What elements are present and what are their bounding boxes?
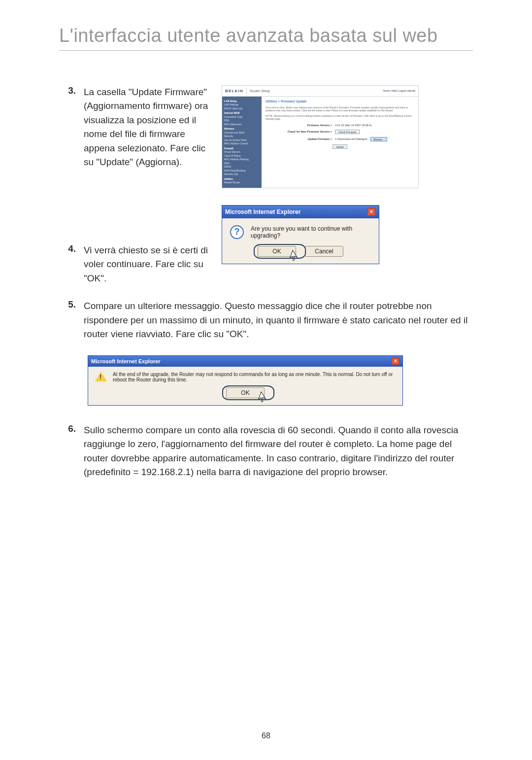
dialog-buttons: OK [88, 384, 402, 405]
confirm-dialog: Microsoft Internet Explorer × ? Are you … [222, 205, 379, 264]
section-title: Router Setup [250, 89, 270, 93]
step-number: 6. [59, 423, 84, 434]
label: Firmware Version > [266, 124, 332, 127]
value: 4.01.15 (Mar 14 2007 18:36:4) [335, 124, 371, 127]
sidebar-heading: Wireless [224, 127, 260, 131]
step-number: 4. [59, 243, 84, 254]
paragraph: From time to time, Belkin may release ne… [266, 106, 414, 112]
ok-highlight: OK [226, 387, 265, 398]
sidebar-item[interactable]: Client IP Filters [224, 154, 260, 158]
breadcrumb: Utilities > Firmware Update [266, 100, 414, 103]
dialog-titlebar: Microsoft Internet Explorer × [88, 356, 402, 367]
page-title: L'interfaccia utente avanzata basata sul… [59, 25, 473, 51]
dialog-title: Microsoft Internet Explorer [225, 208, 300, 215]
sidebar-item[interactable]: DMZ [224, 162, 260, 166]
step-6: 6. Sullo schermo compare un conto alla r… [59, 423, 473, 480]
dialog-message: At the end of the upgrade, the Router ma… [113, 372, 396, 382]
step-illustration: BELKIN Router Setup Home | Help | Logout… [222, 85, 473, 264]
step-number: 5. [59, 299, 84, 310]
kv-check-firmware: Check for New Firmware Version > Check F… [266, 130, 414, 134]
warning-dialog: Microsoft Internet Explorer × ! At the e… [88, 355, 403, 406]
sidebar-item[interactable]: Security [224, 135, 260, 138]
sidebar-heading: Utilities [224, 177, 260, 181]
sidebar-heading: Internet WAN [224, 111, 260, 115]
sidebar-item[interactable]: MAC Address Control [224, 142, 260, 146]
close-icon[interactable]: × [367, 208, 376, 216]
kv-update-firmware: Update Firmware > C:\Documents and Setti… [266, 137, 414, 141]
step-3: 3. La casella "Update Firmware" (Aggiorn… [59, 85, 473, 264]
step-text: Compare un ulteriore messaggio. Questo m… [84, 299, 473, 342]
label: Update Firmware > [266, 138, 332, 140]
router-sidebar: LAN Setup LAN Settings DHCP Client List … [222, 97, 262, 188]
router-top-bar: BELKIN Router Setup Home | Help | Logout… [222, 86, 418, 97]
sidebar-item[interactable]: Virtual Servers [224, 150, 260, 154]
label: Check for New Firmware Version > [266, 130, 332, 133]
sidebar-item[interactable]: Channel and SSID [224, 131, 260, 135]
cancel-button[interactable]: Cancel [305, 246, 343, 257]
sidebar-item[interactable]: WAN Ping Blocking [224, 169, 260, 173]
divider [246, 87, 247, 94]
question-icon: ? [230, 225, 244, 239]
step-text: Sullo schermo compare un conto alla rove… [84, 423, 473, 480]
check-firmware-button[interactable]: Check Firmware [335, 130, 360, 134]
warning-icon: ! [95, 372, 107, 381]
step-number: 3. [59, 85, 84, 96]
sidebar-heading: Firewall [224, 147, 260, 151]
router-main: Utilities > Firmware Update From time to… [262, 97, 418, 188]
dialog-message: Are you sure you want to continue with u… [251, 225, 371, 239]
sidebar-item[interactable]: MAC Address Filtering [224, 158, 260, 162]
step-text: La casella "Update Firmware" (Aggiorname… [84, 85, 222, 170]
sidebar-item[interactable]: Security Log [224, 173, 260, 176]
browse-button[interactable]: Browse... [370, 137, 388, 141]
close-icon[interactable]: × [392, 358, 399, 365]
page-number: 68 [0, 731, 532, 740]
sidebar-heading: LAN Setup [224, 100, 260, 104]
sidebar-item[interactable]: Restart Router [224, 181, 260, 185]
step-5: 5. Compare un ulteriore messaggio. Quest… [59, 299, 473, 342]
update-button-wrap: Update [266, 144, 414, 149]
kv-firmware-version: Firmware Version > 4.01.15 (Mar 14 2007 … [266, 124, 414, 127]
sidebar-item[interactable]: Use as Access Point [224, 138, 260, 142]
sidebar-item[interactable]: DDNS [224, 165, 260, 169]
sidebar-item[interactable]: MAC Addresses [224, 123, 260, 127]
paragraph: NOTE: Please backup your current setting… [266, 114, 414, 121]
sidebar-item[interactable]: LAN Settings [224, 103, 260, 107]
ok-highlight: OK [258, 246, 296, 257]
sidebar-item[interactable]: DNS [224, 119, 260, 123]
router-admin-screenshot: BELKIN Router Setup Home | Help | Logout… [222, 85, 419, 188]
step-text: Vi verrà chiesto se si è certi di voler … [84, 243, 222, 286]
sidebar-item[interactable]: Connection Type [224, 115, 260, 119]
dialog-buttons: OK Cancel [222, 243, 379, 264]
top-links[interactable]: Home | Help | Logout Internet [383, 89, 415, 92]
page: L'interfaccia utente avanzata basata sul… [0, 0, 532, 760]
router-body: LAN Setup LAN Settings DHCP Client List … [222, 97, 418, 188]
dialog-titlebar: Microsoft Internet Explorer × [222, 206, 379, 218]
dialog-title: Microsoft Internet Explorer [91, 358, 161, 364]
brand-label: BELKIN [225, 89, 243, 93]
update-button[interactable]: Update [332, 144, 347, 149]
firmware-path: C:\Documents and Settings\A [335, 138, 367, 140]
sidebar-item[interactable]: DHCP Client List [224, 107, 260, 111]
